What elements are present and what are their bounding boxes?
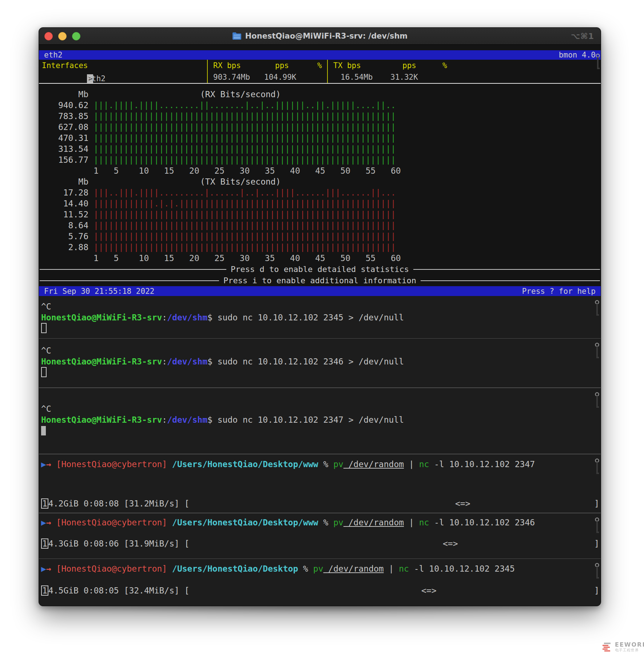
terminal-cursor: 1 (41, 498, 48, 509)
eeworld-watermark: EEWORLD 电子工程世界 (601, 642, 644, 652)
command-text: sudo nc 10.10.12.102 2346 > /dev/null (212, 357, 404, 366)
rx-unit-label: Mb (41, 89, 88, 100)
cmd-nc: nc (399, 564, 409, 573)
pv-rate-marker: <=> (455, 498, 470, 509)
titlebar-gap (39, 45, 601, 50)
tx-pps-value: 31.32K (390, 73, 418, 82)
pv-rate-marker: <=> (443, 538, 458, 549)
nc-args: -l 10.10.12.102 2347 (429, 459, 535, 469)
nc-args: -l 10.10.12.102 2345 (409, 564, 515, 573)
window-title: HonestQiao@MiWiFi-R3-srv: /dev/shm (245, 32, 408, 40)
rx-axis: 1 5 10 15 20 25 30 35 40 45 50 55 60 (41, 165, 601, 176)
prompt-line: ▶→ [HonestQiao@cybertron] /Users/HonestQ… (41, 459, 601, 470)
terminal-cursor (41, 426, 46, 435)
command-text: sudo nc 10.10.12.102 2345 > /dev/null (212, 313, 404, 322)
col-rx-pct: % (317, 61, 322, 70)
col-tx-pps: pps (402, 61, 416, 70)
eeworld-logo-icon (601, 642, 612, 652)
cmd-nc: nc (419, 459, 429, 469)
prompt-arrow-icon: → (46, 459, 51, 469)
interface-name: eth2 (87, 74, 106, 83)
graph-row: 156.77||||||||||||||||||||||||||||||||||… (41, 154, 601, 165)
cmd-nc: nc (419, 518, 429, 527)
user-host: [HonestQiao@cybertron] (56, 518, 167, 527)
bmon-panel[interactable]: eth2 bmon 4.0 Interfaces RX bps pps % TX… (39, 50, 601, 296)
shell-pane-nc-2346[interactable]: ^C HonestQiao@MiWiFi-R3-srv:/dev/shm$ su… (39, 339, 601, 387)
graph-row: 2.88||||||||||||||||||||||||||||||||||||… (41, 242, 601, 253)
rx-graph-rows: 940.62|||.||||.||||........||.......|..|… (41, 100, 601, 165)
terminal-cursor (41, 367, 47, 377)
shell-pane-pv-2347[interactable]: ▶→ [HonestQiao@cybertron] /Users/HonestQ… (39, 454, 601, 513)
graph-row: 470.31||||||||||||||||||||||||||||||||||… (41, 133, 601, 143)
col-tx-bps: TX bps (333, 61, 361, 70)
pv-bar-close: ] (594, 498, 599, 509)
folder-icon (232, 32, 242, 40)
user-host: HonestQiao@MiWiFi-R3-srv (41, 357, 162, 366)
rx-pps-value: 104.99K (264, 73, 297, 82)
shell-pane-pv-2346[interactable]: ▶→ [HonestQiao@cybertron] /Users/HonestQ… (39, 513, 601, 559)
tab-shortcut-label: ⌥⌘1 (571, 28, 594, 44)
terminal-cursor: 1 (41, 585, 48, 596)
minimize-button[interactable] (58, 32, 67, 40)
pv-source: /dev/random (323, 564, 384, 573)
shell-pane-nc-2347[interactable]: ^C HonestQiao@MiWiFi-R3-srv:/dev/shm$ su… (39, 388, 601, 454)
pv-progress-line: 14.2GiB 0:08:08 [31.2MiB/s] [<=>] (41, 498, 601, 509)
tx-graph-title: (TX Bits/second) (200, 176, 281, 187)
pv-progress-text: 4.5GiB 0:08:05 [32.4MiB/s] [ (48, 586, 190, 595)
bmon-interface-name: eth2 (44, 51, 63, 59)
tx-axis: 1 5 10 15 20 25 30 35 40 45 50 55 60 (41, 253, 601, 264)
col-tx-pct: % (442, 61, 447, 70)
interrupt-line: ^C (41, 345, 601, 356)
bmon-interface-row[interactable]: >eth2 903.74Mb 104.99K 16.54Mb 31.32K (39, 71, 601, 83)
tx-unit-label: Mb (41, 176, 88, 187)
command-text: sudo nc 10.10.12.102 2347 > /dev/null (212, 415, 404, 425)
nc-args: -l 10.10.12.102 2346 (429, 518, 535, 527)
title-bar[interactable]: HonestQiao@MiWiFi-R3-srv: /dev/shm ⌥⌘1 (39, 28, 601, 45)
graph-row: 627.08||||||||||||||||||||||||||||||||||… (41, 122, 601, 133)
status-datetime: Fri Sep 30 21:55:18 2022 (44, 287, 154, 296)
user-host: [HonestQiao@cybertron] (56, 459, 167, 469)
bmon-version: bmon 4.0 (559, 51, 596, 59)
user-host: HonestQiao@MiWiFi-R3-srv (41, 313, 162, 322)
rx-graph-header: Mb (RX Bits/second) (41, 89, 601, 100)
shell-pane-nc-2345[interactable]: ^C HonestQiao@MiWiFi-R3-srv:/dev/shm$ su… (39, 296, 601, 338)
graph-row: 14.40||||||||||||.|.|.||||||||||||||||||… (41, 198, 601, 209)
col-interfaces: Interfaces (42, 61, 88, 70)
status-help: Press ? for help (522, 287, 596, 296)
user-host: HonestQiao@MiWiFi-R3-srv (41, 415, 162, 425)
bmon-graphs: Mb (RX Bits/second) 940.62|||.||||.||||.… (39, 84, 601, 264)
cmd-pv: pv (333, 459, 343, 469)
terminal-cursor: 1 (41, 538, 48, 549)
col-rx-bps: RX bps (213, 61, 241, 70)
traffic-lights (44, 28, 80, 44)
pv-source: /dev/random (343, 518, 404, 527)
watermark-title: EEWORLD (615, 642, 644, 648)
graph-row: 11.52|||||||||||||||||||||||||||||||||||… (41, 209, 601, 220)
pv-rate-marker: <=> (421, 585, 437, 596)
prompt-triangle-icon: ▶ (41, 518, 46, 527)
prompt-line: HonestQiao@MiWiFi-R3-srv:/dev/shm$ sudo … (41, 356, 601, 367)
graph-row: 313.54||||||||||||||||||||||||||||||||||… (41, 143, 601, 154)
prompt-line: HonestQiao@MiWiFi-R3-srv:/dev/shm$ sudo … (41, 312, 601, 323)
rx-bps-value: 903.74Mb (213, 73, 250, 82)
zoom-button[interactable] (72, 32, 80, 40)
bmon-status-bar: Fri Sep 30 21:55:18 2022 Press ? for hel… (39, 286, 601, 296)
cwd: /dev/shm (167, 357, 207, 366)
cwd: /Users/HonestQiao/Desktop (172, 564, 298, 573)
prompt-triangle-icon: ▶ (41, 459, 46, 469)
hint-detailed-stats: Press d to enable detailed statistics (39, 264, 601, 275)
shell-pane-pv-2345[interactable]: ▶→ [HonestQiao@cybertron] /Users/HonestQ… (39, 559, 601, 606)
bmon-interface-table: Interfaces RX bps pps % TX bps pps % >et… (39, 60, 601, 83)
interrupt-line: ^C (41, 301, 601, 312)
terminal-cursor (41, 323, 47, 333)
close-button[interactable] (44, 32, 53, 40)
col-rx-pps: pps (275, 61, 289, 70)
prompt-line: ▶→ [HonestQiao@cybertron] /Users/HonestQ… (41, 563, 601, 574)
pv-progress-line: 14.3GiB 0:08:06 [31.9MiB/s] [<=>] (41, 538, 601, 549)
graph-row: 783.85||||||||||||||||||||||||||||||||||… (41, 111, 601, 122)
graph-row: 940.62|||.||||.||||........||.......|..|… (41, 100, 601, 111)
cmd-pv: pv (313, 564, 323, 573)
cwd: /Users/HonestQiao/Desktop/www (172, 459, 318, 469)
graph-row: 8.64||||||||||||||||||||||||||||||||||||… (41, 220, 601, 231)
user-host: [HonestQiao@cybertron] (56, 564, 167, 573)
